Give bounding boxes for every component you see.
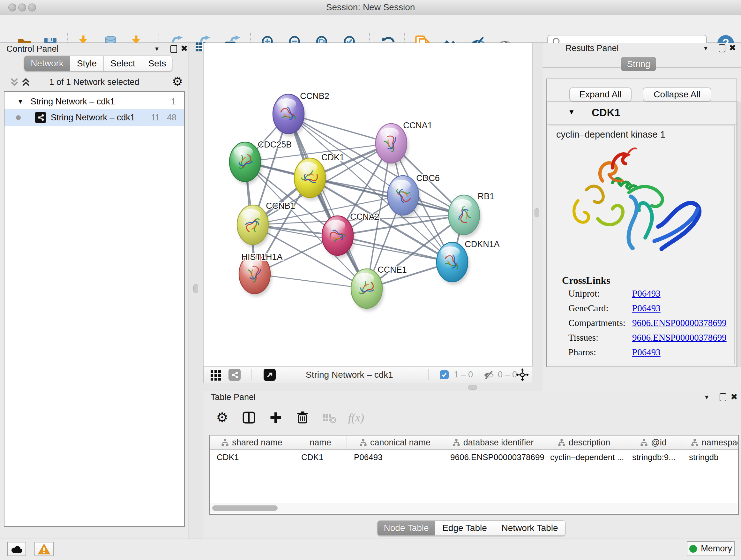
node-ccne1[interactable] [351,269,384,311]
maximize-panel-icon[interactable] [719,44,725,52]
column-header-database-identifier[interactable]: database identifier [443,435,543,449]
crosslink-link[interactable]: 9606.ENSP00000378699 [632,332,727,343]
crosslink-link[interactable]: P06493 [632,288,661,299]
selected-count: 1 – 0 [454,367,473,383]
tab-network[interactable]: Network [24,56,70,71]
status-bar: Memory [0,539,741,560]
left-splitter-handle[interactable] [193,284,198,293]
network-view-title: String Network – cdk1 [306,367,393,383]
delete-table-icon[interactable] [320,408,339,428]
memory-button[interactable]: Memory [687,541,735,556]
cloud-icon [10,544,23,554]
node-ccna2[interactable] [322,216,355,258]
right-splitter-handle[interactable] [535,208,539,217]
table-tabs: Node TableEdge TableNetwork Table [377,520,565,536]
bottom-splitter-handle[interactable] [468,385,477,390]
tab-edge-table[interactable]: Edge Table [435,521,494,536]
delete-column-trash-icon[interactable] [293,408,312,428]
tab-network-table[interactable]: Network Table [494,521,565,536]
network-tree: ▼ String Network – cdk1 1 String Network… [4,91,185,527]
grid-view-icon[interactable] [210,369,221,381]
node-rb1[interactable] [448,195,481,238]
results-scrollbar[interactable] [738,102,741,367]
table-cell[interactable]: P06493 [347,450,443,464]
crosslink-label: Compartments: [568,318,625,328]
node-label: CDK1 [321,152,344,162]
maximize-panel-icon[interactable] [171,45,177,53]
collapse-all-networks-icon[interactable] [21,77,30,87]
birdseye-navigator-icon[interactable] [516,368,529,381]
crosslink-link[interactable]: 9606.ENSP00000378699 [632,318,727,328]
collapse-triangle-icon[interactable]: ▼ [568,108,575,116]
node-ccnb1[interactable] [237,205,270,247]
crosslink-link[interactable]: P06493 [632,347,661,358]
expand-all-button[interactable]: Expand All [569,87,631,102]
column-header-description[interactable]: description [543,435,625,449]
node-cdc6[interactable] [387,176,420,218]
column-header-@id[interactable]: @id [625,435,682,449]
table-cell[interactable]: CDK1 [294,450,347,464]
warnings-button[interactable] [35,542,54,556]
maximize-panel-icon[interactable] [720,393,726,401]
table-settings-gear-icon[interactable]: ⚙ [213,408,231,428]
crosslink-label: Pharos: [568,347,596,358]
tab-node-table[interactable]: Node Table [378,521,435,536]
table-cell[interactable]: CDK1 [210,450,294,464]
network-view-share-icon[interactable] [228,369,241,381]
close-panel-icon[interactable]: ✖ [181,44,188,53]
horizontal-scrollbar-thumb[interactable] [212,505,278,511]
add-column-icon[interactable] [266,408,285,428]
network-collection-row[interactable]: ▼ String Network – cdk1 1 [4,94,184,109]
table-cell[interactable]: cyclin–dependent ... [543,450,625,464]
crosslink-label: Uniprot: [568,288,600,299]
table-cell[interactable]: stringdb:9... [625,450,682,464]
float-panel-icon[interactable]: ▾ [155,45,158,53]
table-cell[interactable]: 9606.ENSP00000378699 [443,450,543,464]
show-columns-icon[interactable] [240,408,258,428]
string-app-icon [35,112,46,123]
selected-checkbox-icon[interactable] [440,370,449,379]
column-header-name[interactable]: name [294,435,347,449]
tab-string[interactable]: String [621,57,656,71]
node-label: CCNA2 [350,212,380,222]
table-body: CDK1CDK1P064939606.ENSP00000378699cyclin… [210,450,738,464]
function-builder-icon[interactable]: f(x) [347,408,365,428]
column-header-canonical-name[interactable]: canonical name [347,435,443,449]
crosslink-link[interactable]: P06493 [632,303,661,314]
edge[interactable] [288,114,367,289]
crosslink-row: Compartments:9606.ENSP00000378699 [568,318,728,332]
table-toolbar: ⚙ [213,407,365,429]
node-table: shared namenamecanonical namedatabase id… [209,435,739,515]
shared-column-tree-icon [640,439,648,446]
column-header-namespace[interactable]: namespace [682,435,739,449]
close-panel-icon[interactable]: ✖ [729,43,736,53]
horizontal-scrollbar [210,503,738,513]
tab-select[interactable]: Select [104,56,142,71]
gear-icon[interactable]: ⚙ [172,75,183,87]
tab-style[interactable]: Style [70,56,104,71]
gene-section: ▼ CDK1 cyclin–dependent kinase 1 [546,102,737,367]
column-label: name [310,438,331,448]
collapse-triangle-icon[interactable]: ▼ [17,98,23,105]
network-row-selected[interactable]: String Network – cdk1 11 48 [4,109,184,126]
collapse-all-button[interactable]: Collapse All [643,87,711,102]
protein-structure-image [562,144,709,265]
automation-cloud-button[interactable] [7,542,26,556]
network-canvas[interactable]: CCNB2CCNA1CDC25BCDK1CDC6RB1CCNB1CCNA2CDK… [203,43,533,367]
gene-section-header[interactable]: ▼ CDK1 [547,102,737,125]
table-row[interactable]: CDK1CDK1P064939606.ENSP00000378699cyclin… [210,450,738,464]
table-cell[interactable]: stringdb [682,450,739,464]
node-label: RB1 [478,192,495,201]
column-header-shared-name[interactable]: shared name [210,435,294,449]
main-toolbar: ? [0,15,741,43]
tab-sets[interactable]: Sets [142,56,172,71]
network-status-dot-icon [16,115,21,120]
detach-view-icon[interactable] [264,369,276,381]
column-label: @id [651,438,666,448]
float-panel-icon[interactable]: ▾ [704,44,708,52]
column-label: description [569,438,610,448]
node-cdk1[interactable] [294,158,327,200]
float-panel-icon[interactable]: ▾ [705,393,709,401]
expand-all-networks-icon[interactable] [10,77,19,87]
close-panel-icon[interactable]: ✖ [731,392,738,401]
